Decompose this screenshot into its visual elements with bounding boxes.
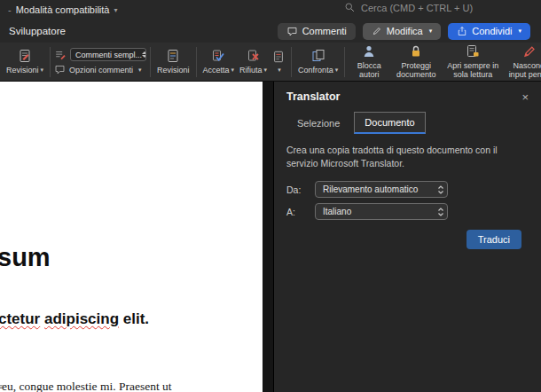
translator-description: Crea una copia tradotta di questo docume…	[286, 144, 526, 170]
translator-header: Translator ×	[286, 90, 529, 103]
stepper-icon	[437, 207, 444, 217]
translator-form: Da: Rilevamento automatico A: Italiano	[286, 181, 529, 220]
markup-value: Commenti sempl...	[75, 51, 142, 59]
search-input[interactable]	[361, 3, 503, 13]
hide-ink-button[interactable]: Nascondi input penna	[503, 43, 541, 81]
text-run: congue	[20, 380, 54, 392]
ribbon: Revisioni ▾ Commenti sempl... Opzioni co…	[0, 43, 541, 82]
compare-docs-icon	[311, 49, 325, 64]
compare-button[interactable]: Confronta ▾	[295, 48, 341, 75]
divider	[344, 47, 345, 77]
chevron-down-icon: ▾	[138, 67, 142, 74]
accept-label: Accetta	[203, 66, 230, 74]
tab-sviluppatore[interactable]: Sviluppatore	[9, 26, 66, 36]
text-run: Praesent	[119, 380, 160, 392]
revisions-pane-button[interactable]: Revisioni	[154, 48, 192, 75]
to-label: A:	[286, 207, 308, 217]
pen-icon	[522, 44, 537, 59]
translator-tabs: Selezione Documento	[286, 112, 529, 134]
markup-controls: Commenti sempl... Opzioni commenti ▾	[54, 48, 146, 75]
protect-document-button[interactable]: Proteggi documento	[389, 43, 443, 81]
compare-label: Confronta	[298, 66, 333, 74]
divider	[50, 47, 51, 77]
revisions-pane-icon	[166, 49, 180, 64]
translator-pane: Translator × Selezione Documento Crea un…	[273, 82, 541, 392]
revisions-menu-label-row: Revisioni ▾	[6, 66, 43, 74]
divider	[196, 47, 197, 77]
text-run: ut	[160, 380, 172, 392]
accept-button[interactable]: Accetta ▾	[200, 48, 238, 75]
compatibility-mode-label: Modalità compatibilità	[16, 4, 110, 15]
document-panel-gap	[263, 82, 273, 392]
document-line: eu, congue molestie mi. Praesent ut	[2, 378, 188, 392]
person-icon	[362, 44, 376, 59]
source-language-value: Rilevamento automatico	[323, 184, 418, 194]
hide-ink-label: Nascondi input penna	[506, 61, 541, 80]
compare-label-row: Confronta ▾	[298, 66, 338, 74]
reject-x-icon	[247, 49, 261, 64]
block-authors-button[interactable]: Blocca autori	[349, 43, 389, 81]
margin-change-icon[interactable]: ≡	[0, 383, 3, 391]
document-subheading: ctetur adipiscing elit.	[0, 310, 149, 328]
from-label: Da:	[286, 184, 308, 195]
comments-button[interactable]: Commenti	[278, 23, 356, 40]
revisions-menu-button[interactable]: Revisioni ▾	[4, 48, 46, 75]
edit-button-label: Modifica	[387, 26, 423, 36]
text-run: elit.	[119, 310, 149, 327]
from-language-row: Da: Rilevamento automatico	[286, 181, 529, 198]
document-body: eu, congue molestie mi. Praesent utnisi.…	[2, 378, 188, 392]
translate-button[interactable]: Traduci	[467, 230, 521, 249]
chevron-down-icon: ▾	[518, 27, 521, 35]
titlebar: - Modalità compatibilità ▾	[0, 0, 541, 20]
text-run: mi.	[98, 380, 119, 392]
chevron-down-icon: ▾	[278, 67, 281, 74]
close-icon[interactable]: ×	[521, 91, 529, 103]
document-heading: sum	[0, 243, 51, 272]
markup-combo-box[interactable]: Commenti sempl...	[70, 48, 146, 61]
block-authors-label: Blocca autori	[351, 61, 387, 80]
chevron-down-icon: ▾	[264, 67, 268, 74]
translator-actions: Traduci	[286, 230, 529, 249]
ribbon-tab-row: Sviluppatore Commenti Modifica ▾ Condivi…	[0, 20, 541, 43]
reject-button[interactable]: Rifiuta ▾	[237, 48, 270, 75]
comment-options-label: Opzioni commenti	[69, 66, 133, 74]
chevron-down-icon: ▾	[429, 27, 433, 35]
lock-icon	[409, 44, 423, 59]
share-button[interactable]: Condividi ▾	[448, 23, 530, 40]
tab-documento[interactable]: Documento	[354, 112, 425, 134]
tab-selezione[interactable]: Selezione	[286, 113, 350, 134]
translator-title: Translator	[286, 90, 340, 103]
markup-display-select[interactable]: Commenti sempl...	[54, 48, 146, 61]
source-language-select[interactable]: Rilevamento automatico	[315, 181, 448, 198]
revisions-doc-icon	[18, 49, 32, 64]
accept-label-row: Accetta ▾	[203, 66, 235, 74]
target-language-value: Italiano	[323, 207, 351, 216]
revisions-menu-label: Revisioni	[6, 66, 39, 74]
pencil-icon	[372, 26, 382, 36]
edit-mode-button[interactable]: Modifica ▾	[363, 23, 441, 40]
comment-bubble-icon	[54, 64, 66, 75]
reject-label-row: Rifiuta ▾	[239, 66, 267, 74]
share-icon	[457, 26, 467, 36]
main-content: sum ctetur adipiscing elit. eu, congue m…	[0, 82, 541, 392]
open-read-only-button[interactable]: Apri sempre in sola lettura	[443, 43, 503, 81]
chevron-down-icon: ▾	[41, 67, 44, 74]
protect-document-label: Proteggi documento	[392, 61, 440, 80]
search-field[interactable]	[344, 2, 503, 13]
document-page[interactable]: sum ctetur adipiscing elit. eu, congue m…	[0, 82, 263, 392]
open-read-only-label: Apri sempre in sola lettura	[445, 61, 500, 80]
text-run: molestie	[57, 380, 98, 392]
mini-revision-button[interactable]: ▾	[270, 49, 287, 74]
compatibility-mode-menu[interactable]: - Modalità compatibilità ▾	[0, 4, 117, 15]
doc-lock-icon	[466, 44, 480, 59]
comment-bubble-icon	[286, 26, 298, 37]
chevron-down-icon: ▾	[335, 67, 339, 74]
comment-options-button[interactable]: Opzioni commenti ▾	[54, 64, 146, 75]
text-run: eu,	[2, 380, 20, 392]
comments-button-label: Commenti	[302, 26, 347, 36]
markup-icon	[54, 49, 67, 61]
to-language-row: A: Italiano	[286, 203, 529, 220]
word-window: - Modalità compatibilità ▾ Sviluppatore …	[0, 0, 541, 392]
target-language-select[interactable]: Italiano	[315, 203, 448, 220]
chevron-down-icon: ▾	[231, 67, 235, 74]
